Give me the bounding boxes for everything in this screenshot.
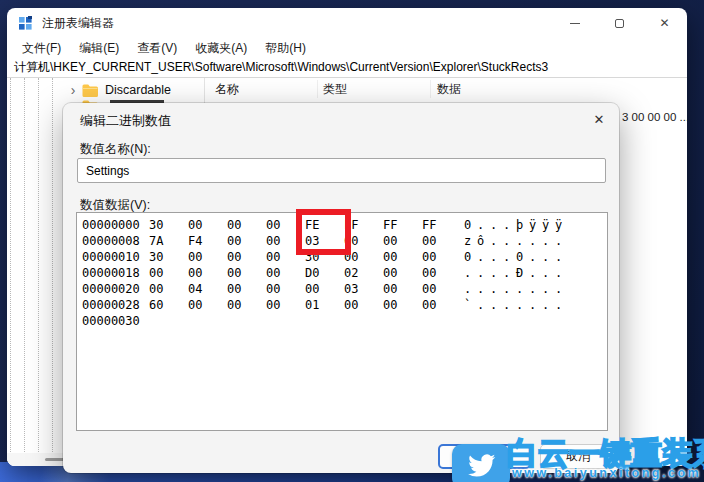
tree-guide-line — [52, 78, 53, 452]
column-header-1[interactable]: 类型 — [318, 80, 431, 98]
tree-item-label: Discardable — [105, 83, 171, 97]
hex-row: 000000087AF4000003000000zô...... — [77, 233, 607, 249]
menu-bar: 文件(F)编辑(E)查看(V)收藏夹(A)帮助(H) — [7, 38, 687, 58]
tree-guide-line — [38, 78, 39, 452]
list-header: 名称类型数据 — [206, 78, 687, 100]
close-icon: ✕ — [659, 16, 669, 30]
hex-row: 0000001030000000300000000...0... — [77, 249, 607, 265]
tree-guide-line — [24, 78, 25, 452]
hex-row: 0000000030000000FEFFFFFF0...þÿÿÿ — [77, 217, 607, 233]
menu-item-2[interactable]: 查看(V) — [128, 40, 186, 57]
minimize-button[interactable] — [552, 8, 597, 38]
maximize-icon — [615, 19, 624, 28]
hex-row: 00000030 — [77, 313, 607, 329]
close-icon: ✕ — [594, 112, 605, 127]
chevron-right-icon[interactable]: › — [66, 81, 80, 99]
hex-row: 000000200004000000030000........ — [77, 281, 607, 297]
menu-item-3[interactable]: 收藏夹(A) — [186, 40, 256, 57]
window-title: 注册表编辑器 — [42, 15, 114, 32]
dialog-title: 编辑二进制数值 — [80, 112, 171, 130]
cancel-button[interactable]: 取消 — [540, 444, 616, 469]
tree-guide-line — [10, 78, 11, 452]
folder-icon — [82, 84, 98, 97]
column-header-2[interactable]: 数据 — [431, 80, 687, 98]
window-controls: ✕ — [552, 8, 687, 38]
hex-data-editor[interactable]: 0000000030000000FEFFFFFF0...þÿÿÿ00000008… — [76, 212, 608, 431]
menu-item-1[interactable]: 编辑(E) — [70, 40, 128, 57]
menu-item-4[interactable]: 帮助(H) — [256, 40, 315, 57]
tree-item-discardable[interactable]: › Discardable — [7, 80, 171, 100]
value-name-label: 数值名称(N): — [80, 141, 151, 158]
hex-row: 0000001800000000D0020000....Ð... — [77, 265, 607, 281]
partial-value-data: 3 00 00 00 ... — [622, 111, 687, 123]
address-bar[interactable]: 计算机\HKEY_CURRENT_USER\Software\Microsoft… — [7, 58, 687, 78]
ok-button[interactable]: 确定 — [438, 444, 531, 469]
minimize-icon — [570, 23, 580, 24]
ok-button-label: 确定 — [473, 448, 497, 465]
menu-item-0[interactable]: 文件(F) — [13, 40, 70, 57]
title-bar: 注册表编辑器 ✕ — [7, 8, 687, 38]
hex-row: 000000286000000001000000`....... — [77, 297, 607, 313]
column-header-0[interactable]: 名称 — [206, 80, 318, 98]
edit-binary-value-dialog: 编辑二进制数值 ✕ 数值名称(N): 数值数据(V): 000000003000… — [63, 103, 619, 473]
dialog-close-button[interactable]: ✕ — [586, 107, 612, 131]
address-path: 计算机\HKEY_CURRENT_USER\Software\Microsoft… — [14, 59, 548, 76]
close-button[interactable]: ✕ — [642, 8, 687, 38]
cancel-button-label: 取消 — [566, 448, 590, 465]
value-name-field[interactable] — [77, 158, 606, 183]
regedit-app-icon — [18, 16, 33, 30]
maximize-button[interactable] — [597, 8, 642, 38]
